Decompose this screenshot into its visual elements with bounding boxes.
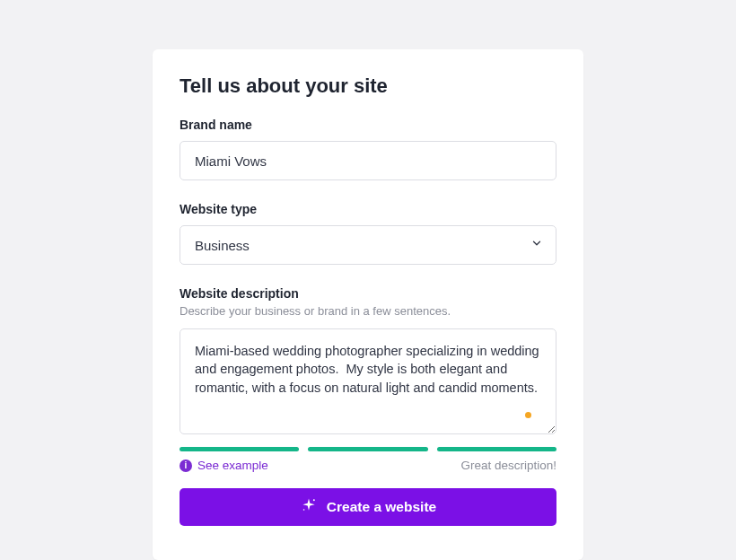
description-strength-bar bbox=[180, 447, 556, 451]
loading-dot-icon bbox=[525, 412, 531, 418]
svg-point-1 bbox=[303, 509, 305, 511]
website-description-textarea-wrap: Miami-based wedding photographer special… bbox=[180, 328, 556, 438]
strength-segment bbox=[308, 447, 427, 451]
see-example-text: See example bbox=[197, 459, 268, 472]
svg-point-0 bbox=[313, 499, 315, 501]
brand-name-label: Brand name bbox=[180, 118, 556, 132]
website-description-hint: Describe your business or brand in a few… bbox=[180, 304, 556, 318]
site-setup-card: Tell us about your site Brand name Websi… bbox=[153, 49, 583, 560]
website-type-select[interactable]: Business bbox=[180, 225, 556, 265]
website-description-group: Website description Describe your busine… bbox=[180, 286, 556, 472]
website-type-select-wrap: Business bbox=[180, 225, 556, 265]
website-type-group: Website type Business bbox=[180, 202, 556, 265]
brand-name-group: Brand name bbox=[180, 118, 556, 180]
sparkle-icon bbox=[300, 496, 318, 518]
page-title: Tell us about your site bbox=[180, 74, 556, 98]
brand-name-input[interactable] bbox=[180, 141, 556, 180]
info-icon: i bbox=[180, 459, 192, 472]
description-feedback: Great description! bbox=[460, 459, 556, 472]
create-website-button[interactable]: Create a website bbox=[180, 488, 556, 526]
create-website-label: Create a website bbox=[327, 499, 436, 515]
strength-segment bbox=[180, 447, 299, 451]
website-description-textarea[interactable]: Miami-based wedding photographer special… bbox=[180, 328, 556, 434]
see-example-link[interactable]: i See example bbox=[180, 459, 268, 472]
website-type-label: Website type bbox=[180, 202, 556, 216]
strength-segment bbox=[437, 447, 556, 451]
description-meta-row: i See example Great description! bbox=[180, 459, 556, 472]
website-description-label: Website description bbox=[180, 286, 556, 301]
